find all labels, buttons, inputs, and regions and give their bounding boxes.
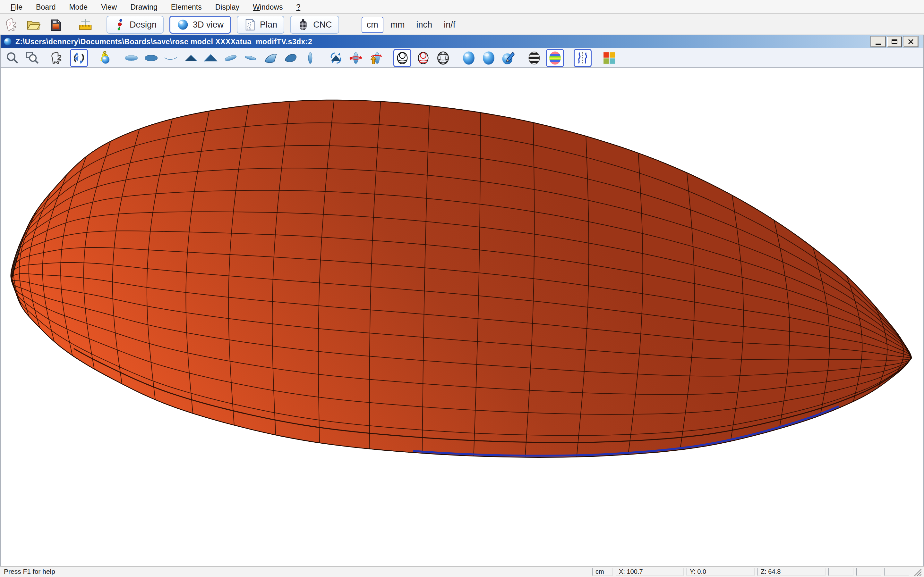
cnc-button[interactable]: CNC [290,16,339,34]
close-icon [908,39,914,45]
close-button[interactable] [903,37,918,47]
maximize-button[interactable] [887,37,902,47]
slice-contours-red-icon[interactable] [415,50,431,66]
flow-lines-icon[interactable] [573,49,591,67]
status-x-coordinate: X: 100.7 [615,568,684,576]
select-hand-icon[interactable] [3,16,20,33]
cnc-mill-icon [297,19,309,31]
reset-upright-view-icon[interactable] [368,50,384,66]
perspective-view-icon[interactable] [262,50,278,66]
front-view-icon[interactable] [183,50,199,66]
tilted-view-2-icon[interactable] [242,50,258,66]
document-window: Z:\Users\dennery\Documents\Boards\save\r… [0,35,924,566]
maximize-icon [892,39,897,44]
window-controls [871,37,918,47]
three-quarter-view-icon[interactable] [282,50,298,66]
top-slim-view-icon[interactable] [302,50,318,66]
wireframe-sphere-icon[interactable] [435,50,451,66]
status-empty-1 [829,568,853,576]
3d-view-button-label: 3D view [193,20,224,30]
menu-bar: File Board Mode View Drawing Elements Di… [0,0,924,14]
zoom-icon[interactable] [5,50,21,66]
zoom-window-icon[interactable] [24,50,40,66]
unit-mm[interactable]: mm [386,17,409,32]
menu-elements[interactable]: Elements [164,0,208,14]
viewport-3d[interactable] [1,68,923,566]
design-button[interactable]: Design [107,16,164,34]
menu-display[interactable]: Display [208,0,246,14]
board-3d-render [1,68,923,566]
rotate-object-icon[interactable] [328,50,344,66]
menu-windows[interactable]: Windows [246,0,289,14]
plan-button-label: Plan [260,20,277,30]
render-smooth-icon[interactable] [481,50,497,66]
design-icon [113,19,126,31]
status-y-coordinate: Y: 0.0 [687,568,754,576]
spin-view-icon[interactable] [348,50,364,66]
rotate-view-icon[interactable] [70,49,88,67]
plan-button[interactable]: Plan [237,16,284,34]
measure-ruler-icon[interactable] [77,16,94,33]
status-z-coordinate: Z: 64.8 [758,568,825,576]
status-help-text: Press F1 for help [3,568,590,575]
design-button-label: Design [129,20,157,30]
document-titlebar[interactable]: Z:\Users\dennery\Documents\Boards\save\r… [1,35,923,48]
view-toolbar [1,48,923,68]
resize-grip[interactable] [912,567,921,576]
unit-inf[interactable]: in/f [439,17,460,32]
cnc-button-label: CNC [313,20,332,30]
status-empty-3 [884,568,909,576]
curvature-map-icon[interactable] [546,49,564,67]
front-view-wide-icon[interactable] [203,50,219,66]
render-solid-icon[interactable] [461,50,477,66]
menu-board[interactable]: Board [29,0,62,14]
unit-cm[interactable]: cm [362,17,383,33]
pan-icon[interactable] [50,50,66,66]
menu-help[interactable]: ? [289,0,307,14]
outline-top-view-icon[interactable] [123,50,139,66]
status-empty-2 [856,568,881,576]
menu-mode[interactable]: Mode [62,0,94,14]
zebra-analysis-icon[interactable] [526,50,542,66]
document-sphere-icon [3,37,12,46]
slice-contours-icon[interactable] [393,49,411,67]
tilted-view-icon[interactable] [223,50,239,66]
open-folder-icon[interactable] [25,16,42,33]
minimize-button[interactable] [871,37,885,47]
status-bar: Press F1 for help cm X: 100.7 Y: 0.0 Z: … [0,566,924,577]
rocker-view-icon[interactable] [163,50,179,66]
color-palette-icon[interactable] [601,50,617,66]
3d-view-button[interactable]: 3D view [170,16,231,34]
main-toolbar: Design 3D view Plan CNC cm mm inch in/f [0,14,924,35]
shading-light-icon[interactable] [97,50,113,66]
application-window: File Board Mode View Drawing Elements Di… [0,0,924,577]
status-unit: cm [592,568,613,576]
minimize-icon [876,44,881,45]
3d-sphere-icon [177,19,189,31]
menu-file[interactable]: File [4,0,29,14]
save-icon[interactable] [47,16,63,33]
menu-view[interactable]: View [94,0,124,14]
document-title: Z:\Users\dennery\Documents\Boards\save\r… [15,37,867,46]
texture-paint-icon[interactable] [501,50,517,66]
menu-drawing[interactable]: Drawing [124,0,164,14]
bottom-view-icon[interactable] [143,50,159,66]
plan-document-icon [244,19,256,31]
unit-inch[interactable]: inch [412,17,437,32]
unit-selector: cm mm inch in/f [362,17,460,33]
